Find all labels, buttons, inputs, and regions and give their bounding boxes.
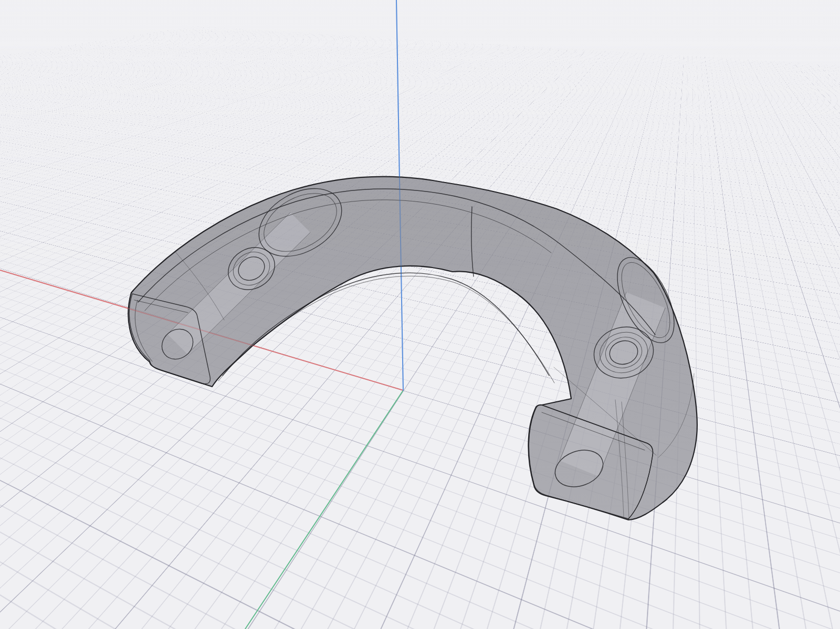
y-axis-line xyxy=(245,390,403,629)
cad-model[interactable] xyxy=(128,175,697,520)
cad-viewport-canvas[interactable] xyxy=(0,0,840,629)
scene-overlay xyxy=(0,0,840,629)
